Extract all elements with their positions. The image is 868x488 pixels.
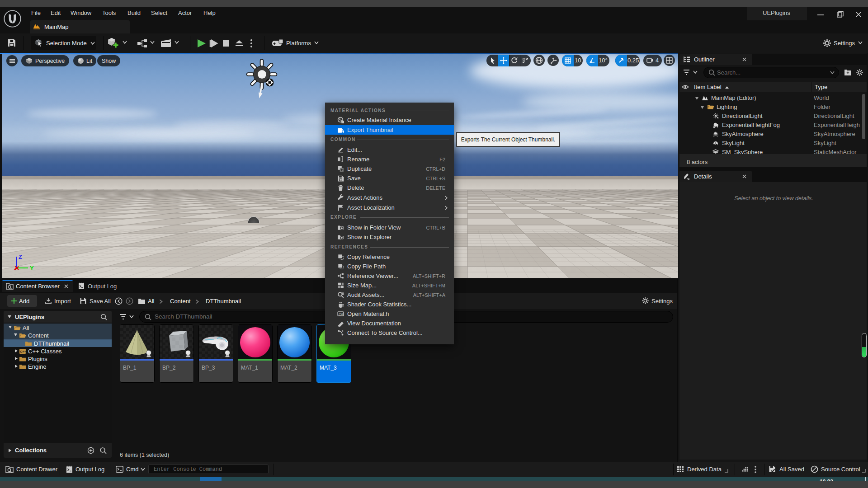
svg-text:Y: Y <box>30 265 34 272</box>
svg-text:C#: C# <box>339 312 343 316</box>
svg-text:Z: Z <box>19 253 22 260</box>
svg-text:C++: C++ <box>20 350 26 353</box>
